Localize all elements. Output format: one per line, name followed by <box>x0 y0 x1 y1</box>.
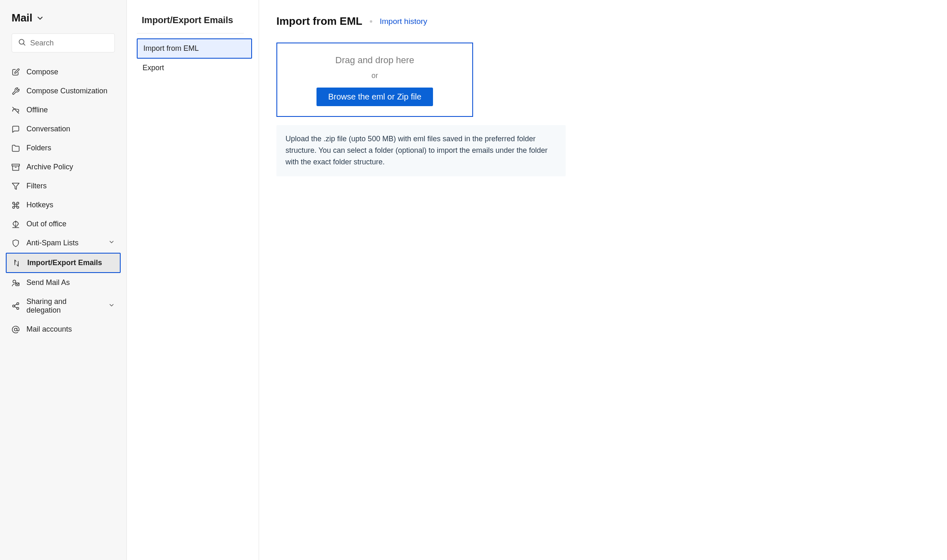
sidebar-item-out-of-office[interactable]: Out of office <box>6 215 121 233</box>
sidebar-item-label: Filters <box>26 182 47 190</box>
sidebar-item-compose-customization[interactable]: Compose Customization <box>6 82 121 100</box>
subpanel-item-import-eml[interactable]: Import from EML <box>137 38 252 59</box>
file-dropzone[interactable]: Drag and drop here or Browse the eml or … <box>276 43 473 117</box>
svg-point-11 <box>13 280 16 283</box>
sidebar-item-label: Folders <box>26 144 51 152</box>
sidebar-item-filters[interactable]: Filters <box>6 177 121 195</box>
search-icon <box>18 38 30 48</box>
primary-sidebar: Mail Compose Compose Customization <box>0 0 127 560</box>
filter-icon <box>12 182 20 190</box>
sidebar-item-label: Mail accounts <box>26 325 72 334</box>
sidebar-item-conversation[interactable]: Conversation <box>6 120 121 138</box>
svg-line-16 <box>14 306 17 308</box>
shield-icon <box>12 239 20 247</box>
dropzone-hint: Drag and drop here <box>335 55 414 66</box>
out-of-office-icon <box>12 220 20 228</box>
chevron-down-icon <box>36 14 44 22</box>
svg-line-1 <box>24 44 25 45</box>
svg-point-0 <box>19 39 24 44</box>
sidebar-item-import-export[interactable]: Import/Export Emails <box>6 253 121 273</box>
content-header: Import from EML Import history <box>276 15 930 28</box>
sidebar-item-label: Conversation <box>26 125 70 133</box>
sidebar-item-label: Out of office <box>26 220 67 228</box>
subpanel-list: Import from EML Export <box>137 38 252 77</box>
offline-icon <box>12 106 20 114</box>
svg-line-17 <box>14 304 17 305</box>
archive-icon <box>12 163 20 171</box>
svg-rect-3 <box>12 164 19 166</box>
at-sign-icon <box>12 325 20 334</box>
subpanel-item-label: Import from EML <box>143 44 199 52</box>
svg-point-18 <box>14 328 17 331</box>
command-icon <box>12 201 20 209</box>
browse-file-button[interactable]: Browse the eml or Zip file <box>316 88 433 106</box>
subpanel-title: Import/Export Emails <box>137 15 244 33</box>
sidebar-item-hotkeys[interactable]: Hotkeys <box>6 196 121 214</box>
secondary-panel: Import/Export Emails Import from EML Exp… <box>127 0 259 560</box>
search-container <box>0 33 126 60</box>
sidebar-item-label: Anti-Spam Lists <box>26 239 79 247</box>
sidebar-item-archive-policy[interactable]: Archive Policy <box>6 158 121 176</box>
sidebar-item-send-mail-as[interactable]: Send Mail As <box>6 273 121 292</box>
import-history-link[interactable]: Import history <box>380 17 427 26</box>
customization-icon <box>12 87 20 95</box>
chevron-down-icon <box>108 302 115 311</box>
app-label: Mail <box>12 12 33 24</box>
sidebar-item-label: Offline <box>26 106 48 114</box>
user-mail-icon <box>12 279 20 287</box>
subpanel-item-label: Export <box>143 64 164 72</box>
compose-icon <box>12 68 20 76</box>
sidebar-item-label: Compose Customization <box>26 87 107 95</box>
sidebar-item-anti-spam[interactable]: Anti-Spam Lists <box>6 234 121 252</box>
chevron-down-icon <box>108 239 115 247</box>
page-title: Import from EML <box>276 15 362 28</box>
nav-list: Compose Compose Customization Offline Co… <box>0 60 126 339</box>
info-card: Upload the .zip file (upto 500 MB) with … <box>276 125 566 176</box>
subpanel-item-export[interactable]: Export <box>137 59 252 77</box>
import-export-icon <box>12 259 21 267</box>
svg-line-2 <box>13 107 19 113</box>
sidebar-item-compose[interactable]: Compose <box>6 63 121 81</box>
app-switcher[interactable]: Mail <box>0 12 126 33</box>
sidebar-item-folders[interactable]: Folders <box>6 139 121 157</box>
sidebar-item-offline[interactable]: Offline <box>6 101 121 119</box>
sidebar-item-label: Compose <box>26 68 58 76</box>
sidebar-item-label: Import/Export Emails <box>27 259 102 267</box>
dropzone-or: or <box>371 71 378 80</box>
sidebar-item-sharing[interactable]: Sharing and delegation <box>6 292 121 320</box>
conversation-icon <box>12 125 20 133</box>
share-icon <box>12 302 20 310</box>
sidebar-item-label: Send Mail As <box>26 278 70 287</box>
search-input[interactable] <box>30 39 109 47</box>
sidebar-item-label: Archive Policy <box>26 163 73 171</box>
sidebar-item-label: Hotkeys <box>26 201 53 209</box>
svg-marker-5 <box>12 183 19 189</box>
sidebar-item-mail-accounts[interactable]: Mail accounts <box>6 320 121 339</box>
search-box[interactable] <box>12 33 115 52</box>
main-content: Import from EML Import history Drag and … <box>259 0 947 560</box>
folder-icon <box>12 144 20 152</box>
separator-dot-icon <box>370 20 372 23</box>
sidebar-item-label: Sharing and delegation <box>26 297 102 315</box>
